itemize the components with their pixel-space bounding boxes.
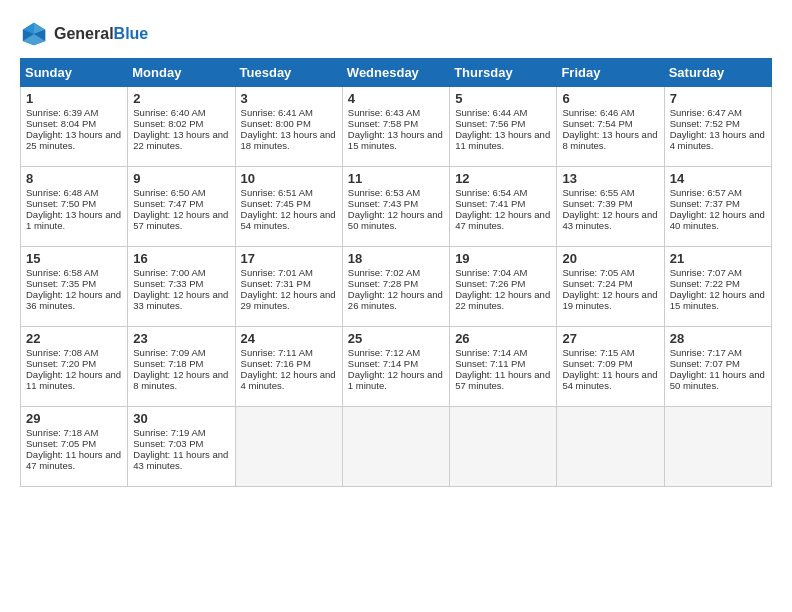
sunset: Sunset: 7:50 PM [26, 198, 96, 209]
sunrise: Sunrise: 7:07 AM [670, 267, 742, 278]
sunset: Sunset: 7:37 PM [670, 198, 740, 209]
sunset: Sunset: 7:47 PM [133, 198, 203, 209]
sunrise: Sunrise: 6:43 AM [348, 107, 420, 118]
logo-text: GeneralBlue [54, 25, 148, 43]
calendar-cell: 17Sunrise: 7:01 AMSunset: 7:31 PMDayligh… [235, 247, 342, 327]
calendar-week-5: 29Sunrise: 7:18 AMSunset: 7:05 PMDayligh… [21, 407, 772, 487]
day-number: 2 [133, 91, 229, 106]
sunset: Sunset: 7:16 PM [241, 358, 311, 369]
daylight: Daylight: 12 hours and 8 minutes. [133, 369, 228, 391]
sunset: Sunset: 7:39 PM [562, 198, 632, 209]
sunrise: Sunrise: 6:54 AM [455, 187, 527, 198]
sunrise: Sunrise: 6:40 AM [133, 107, 205, 118]
daylight: Daylight: 12 hours and 33 minutes. [133, 289, 228, 311]
calendar-cell: 11Sunrise: 6:53 AMSunset: 7:43 PMDayligh… [342, 167, 449, 247]
calendar-cell: 21Sunrise: 7:07 AMSunset: 7:22 PMDayligh… [664, 247, 771, 327]
daylight: Daylight: 12 hours and 4 minutes. [241, 369, 336, 391]
calendar-cell: 1Sunrise: 6:39 AMSunset: 8:04 PMDaylight… [21, 87, 128, 167]
calendar-cell: 19Sunrise: 7:04 AMSunset: 7:26 PMDayligh… [450, 247, 557, 327]
calendar-cell: 18Sunrise: 7:02 AMSunset: 7:28 PMDayligh… [342, 247, 449, 327]
day-number: 29 [26, 411, 122, 426]
day-number: 17 [241, 251, 337, 266]
calendar-cell: 4Sunrise: 6:43 AMSunset: 7:58 PMDaylight… [342, 87, 449, 167]
calendar-cell [450, 407, 557, 487]
sunset: Sunset: 7:41 PM [455, 198, 525, 209]
sunrise: Sunrise: 7:18 AM [26, 427, 98, 438]
calendar-cell: 13Sunrise: 6:55 AMSunset: 7:39 PMDayligh… [557, 167, 664, 247]
day-number: 26 [455, 331, 551, 346]
day-number: 21 [670, 251, 766, 266]
page: GeneralBlue Sunday Monday Tuesday Wednes… [0, 0, 792, 612]
sunrise: Sunrise: 7:12 AM [348, 347, 420, 358]
sunrise: Sunrise: 7:05 AM [562, 267, 634, 278]
daylight: Daylight: 11 hours and 50 minutes. [670, 369, 765, 391]
calendar-week-2: 8Sunrise: 6:48 AMSunset: 7:50 PMDaylight… [21, 167, 772, 247]
sunrise: Sunrise: 7:09 AM [133, 347, 205, 358]
calendar-cell: 22Sunrise: 7:08 AMSunset: 7:20 PMDayligh… [21, 327, 128, 407]
sunrise: Sunrise: 6:53 AM [348, 187, 420, 198]
daylight: Daylight: 12 hours and 19 minutes. [562, 289, 657, 311]
calendar-cell: 24Sunrise: 7:11 AMSunset: 7:16 PMDayligh… [235, 327, 342, 407]
calendar-cell: 8Sunrise: 6:48 AMSunset: 7:50 PMDaylight… [21, 167, 128, 247]
sunrise: Sunrise: 6:58 AM [26, 267, 98, 278]
day-number: 23 [133, 331, 229, 346]
header: GeneralBlue [20, 20, 772, 48]
sunset: Sunset: 7:11 PM [455, 358, 525, 369]
sunset: Sunset: 7:43 PM [348, 198, 418, 209]
sunset: Sunset: 7:03 PM [133, 438, 203, 449]
calendar-cell [557, 407, 664, 487]
sunset: Sunset: 7:56 PM [455, 118, 525, 129]
calendar-cell: 3Sunrise: 6:41 AMSunset: 8:00 PMDaylight… [235, 87, 342, 167]
day-number: 24 [241, 331, 337, 346]
calendar-header-row: Sunday Monday Tuesday Wednesday Thursday… [21, 59, 772, 87]
daylight: Daylight: 12 hours and 36 minutes. [26, 289, 121, 311]
day-number: 8 [26, 171, 122, 186]
sunset: Sunset: 7:33 PM [133, 278, 203, 289]
header-thursday: Thursday [450, 59, 557, 87]
sunrise: Sunrise: 6:47 AM [670, 107, 742, 118]
daylight: Daylight: 11 hours and 47 minutes. [26, 449, 121, 471]
calendar: Sunday Monday Tuesday Wednesday Thursday… [20, 58, 772, 487]
header-sunday: Sunday [21, 59, 128, 87]
sunset: Sunset: 7:14 PM [348, 358, 418, 369]
daylight: Daylight: 12 hours and 57 minutes. [133, 209, 228, 231]
sunrise: Sunrise: 6:57 AM [670, 187, 742, 198]
day-number: 30 [133, 411, 229, 426]
day-number: 10 [241, 171, 337, 186]
day-number: 9 [133, 171, 229, 186]
calendar-week-1: 1Sunrise: 6:39 AMSunset: 8:04 PMDaylight… [21, 87, 772, 167]
daylight: Daylight: 11 hours and 57 minutes. [455, 369, 550, 391]
calendar-cell: 7Sunrise: 6:47 AMSunset: 7:52 PMDaylight… [664, 87, 771, 167]
sunset: Sunset: 7:58 PM [348, 118, 418, 129]
sunrise: Sunrise: 7:17 AM [670, 347, 742, 358]
day-number: 11 [348, 171, 444, 186]
sunset: Sunset: 7:20 PM [26, 358, 96, 369]
sunrise: Sunrise: 6:41 AM [241, 107, 313, 118]
calendar-cell: 25Sunrise: 7:12 AMSunset: 7:14 PMDayligh… [342, 327, 449, 407]
calendar-cell: 20Sunrise: 7:05 AMSunset: 7:24 PMDayligh… [557, 247, 664, 327]
sunset: Sunset: 7:24 PM [562, 278, 632, 289]
day-number: 3 [241, 91, 337, 106]
day-number: 6 [562, 91, 658, 106]
sunset: Sunset: 7:07 PM [670, 358, 740, 369]
daylight: Daylight: 13 hours and 25 minutes. [26, 129, 121, 151]
sunset: Sunset: 7:18 PM [133, 358, 203, 369]
daylight: Daylight: 12 hours and 40 minutes. [670, 209, 765, 231]
sunrise: Sunrise: 6:48 AM [26, 187, 98, 198]
calendar-cell: 14Sunrise: 6:57 AMSunset: 7:37 PMDayligh… [664, 167, 771, 247]
day-number: 15 [26, 251, 122, 266]
sunset: Sunset: 7:54 PM [562, 118, 632, 129]
sunset: Sunset: 7:52 PM [670, 118, 740, 129]
day-number: 1 [26, 91, 122, 106]
calendar-cell: 27Sunrise: 7:15 AMSunset: 7:09 PMDayligh… [557, 327, 664, 407]
calendar-cell: 10Sunrise: 6:51 AMSunset: 7:45 PMDayligh… [235, 167, 342, 247]
calendar-week-3: 15Sunrise: 6:58 AMSunset: 7:35 PMDayligh… [21, 247, 772, 327]
day-number: 4 [348, 91, 444, 106]
daylight: Daylight: 12 hours and 43 minutes. [562, 209, 657, 231]
daylight: Daylight: 13 hours and 8 minutes. [562, 129, 657, 151]
calendar-cell: 16Sunrise: 7:00 AMSunset: 7:33 PMDayligh… [128, 247, 235, 327]
sunset: Sunset: 7:31 PM [241, 278, 311, 289]
calendar-week-4: 22Sunrise: 7:08 AMSunset: 7:20 PMDayligh… [21, 327, 772, 407]
calendar-cell: 12Sunrise: 6:54 AMSunset: 7:41 PMDayligh… [450, 167, 557, 247]
sunset: Sunset: 7:28 PM [348, 278, 418, 289]
